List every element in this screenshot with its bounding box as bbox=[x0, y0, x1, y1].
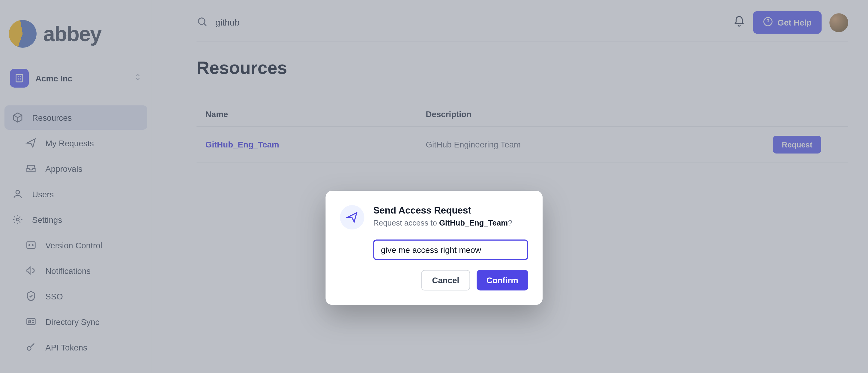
modal-subtitle-target: GitHub_Eng_Team bbox=[439, 218, 508, 227]
modal-subtitle-prefix: Request access to bbox=[373, 218, 439, 227]
access-request-modal: Send Access Request Request access to Gi… bbox=[326, 191, 542, 305]
modal-subtitle-suffix: ? bbox=[508, 218, 512, 227]
confirm-button[interactable]: Confirm bbox=[476, 270, 528, 290]
request-reason-input[interactable] bbox=[373, 239, 528, 260]
cancel-button[interactable]: Cancel bbox=[422, 270, 470, 290]
send-icon bbox=[340, 205, 364, 229]
modal-overlay[interactable]: Send Access Request Request access to Gi… bbox=[0, 0, 868, 373]
modal-subtitle: Request access to GitHub_Eng_Team? bbox=[373, 218, 512, 227]
modal-title: Send Access Request bbox=[373, 205, 512, 216]
